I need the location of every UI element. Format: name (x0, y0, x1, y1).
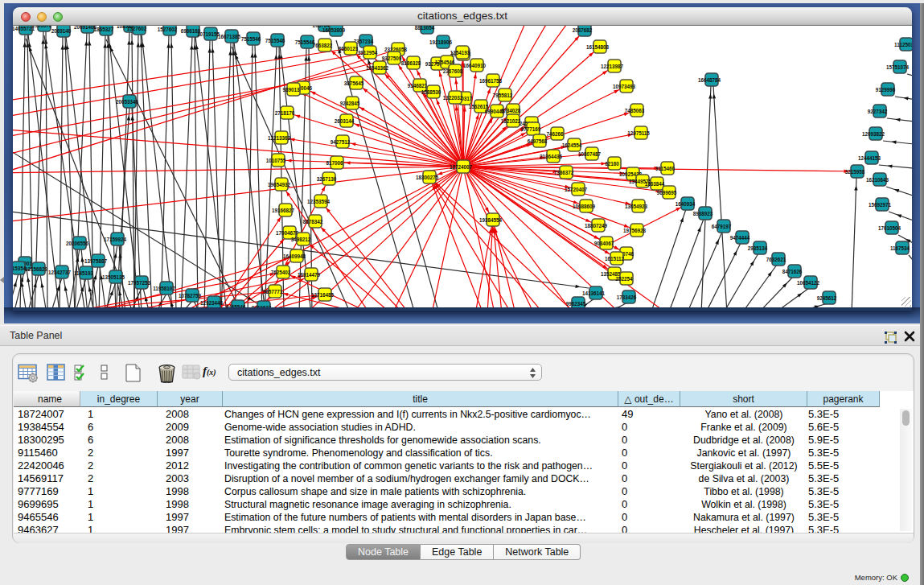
svg-text:9427512: 9427512 (331, 139, 351, 145)
svg-text:9242845: 9242845 (340, 101, 360, 106)
svg-text:2603144: 2603144 (335, 118, 355, 124)
svg-text:12444153: 12444153 (858, 155, 881, 161)
svg-text:2367608: 2367608 (443, 68, 463, 74)
svg-text:18724007: 18724007 (450, 164, 473, 170)
svg-text:62160: 62160 (605, 161, 619, 167)
svg-text:10782759: 10782759 (179, 293, 202, 299)
svg-text:1527602: 1527602 (158, 27, 178, 32)
svg-text:8678342: 8678342 (303, 219, 323, 225)
svg-text:2935134: 2935134 (748, 245, 768, 251)
svg-text:7515546: 7515546 (265, 38, 285, 43)
svg-text:8471626: 8471626 (782, 269, 803, 274)
svg-text:9962345: 9962345 (566, 301, 586, 307)
svg-text:12342737: 12342737 (48, 270, 72, 275)
svg-text:1905572: 1905572 (32, 26, 52, 28)
svg-text:3875645: 3875645 (344, 80, 364, 86)
svg-text:9115460: 9115460 (655, 166, 676, 171)
svg-text:817006: 817006 (326, 160, 343, 166)
svg-text:8660123: 8660123 (339, 46, 359, 51)
svg-text:7955812: 7955812 (493, 93, 513, 98)
svg-text:19756928: 19756928 (623, 228, 647, 233)
svg-text:17004678: 17004678 (276, 230, 299, 236)
svg-text:9463627: 9463627 (252, 305, 272, 308)
svg-text:19166827: 19166827 (272, 208, 295, 213)
svg-text:1588530: 1588530 (421, 89, 441, 95)
svg-text:9657771: 9657771 (263, 289, 283, 295)
svg-text:15751074: 15751074 (886, 64, 910, 70)
svg-text:1010755: 1010755 (266, 158, 286, 163)
svg-text:13975887: 13975887 (84, 258, 108, 264)
svg-text:19218906: 19218906 (429, 39, 453, 45)
svg-text:16961758: 16961758 (479, 78, 503, 84)
svg-text:11958107: 11958107 (153, 286, 175, 291)
svg-text:17957253: 17957253 (128, 280, 151, 286)
svg-text:1624554: 1624554 (562, 142, 582, 148)
svg-text:3912954: 3912954 (358, 50, 378, 56)
svg-text:7632621: 7632621 (766, 257, 786, 262)
svg-text:989013: 989013 (282, 87, 300, 93)
svg-text:15692971: 15692971 (869, 202, 892, 208)
svg-text:10654122: 10654122 (797, 280, 820, 286)
svg-text:21364436: 21364436 (540, 154, 563, 159)
svg-text:9084067: 9084067 (594, 241, 614, 246)
svg-text:12156829: 12156829 (25, 266, 48, 272)
svg-text:1640934: 1640934 (676, 201, 696, 207)
svg-text:7515546: 7515546 (241, 36, 261, 42)
svg-text:6479197: 6479197 (712, 224, 732, 229)
svg-text:12923448: 12923448 (200, 300, 224, 306)
svg-text:10719155: 10719155 (197, 31, 220, 37)
svg-text:9777169: 9777169 (521, 126, 541, 132)
svg-text:10973493: 10973493 (613, 84, 636, 89)
svg-text:8186328: 8186328 (401, 60, 421, 66)
svg-text:2718170: 2718170 (275, 110, 295, 116)
svg-text:1145193: 1145193 (74, 270, 94, 276)
svg-text:6734028: 6734028 (501, 108, 521, 113)
svg-text:9474444: 9474444 (730, 235, 750, 241)
svg-text:14136141: 14136141 (582, 290, 606, 296)
svg-text:10688609: 10688609 (573, 204, 596, 209)
svg-text:18807249: 18807249 (585, 223, 608, 229)
svg-text:16914479: 16914479 (298, 272, 321, 278)
svg-text:20053346: 20053346 (116, 99, 139, 105)
svg-text:16154808: 16154808 (586, 44, 610, 50)
svg-text:1254193: 1254193 (450, 50, 470, 56)
svg-text:16543362: 16543362 (366, 65, 389, 71)
svg-text:16648784: 16648784 (698, 77, 721, 83)
svg-text:17010504: 17010504 (878, 225, 901, 231)
svg-text:8813054: 8813054 (415, 26, 435, 31)
svg-text:9129996: 9129996 (876, 87, 896, 93)
svg-text:12353594: 12353594 (307, 199, 331, 204)
svg-text:9327509: 9327509 (382, 56, 402, 61)
svg-text:19384554: 19384554 (479, 217, 503, 223)
svg-text:1112503: 1112503 (894, 42, 912, 47)
svg-text:7485063: 7485063 (625, 108, 645, 113)
svg-text:2087682: 2087682 (573, 27, 593, 33)
svg-text:8938923: 8938923 (693, 211, 713, 216)
svg-text:13505135: 13505135 (102, 274, 125, 280)
svg-text:12213987: 12213987 (601, 64, 624, 69)
svg-text:1733426: 1733426 (617, 295, 637, 300)
svg-text:9699695: 9699695 (657, 190, 677, 196)
svg-text:3267130: 3267130 (317, 176, 337, 182)
svg-text:20206556: 20206556 (66, 241, 89, 246)
svg-text:3498212: 3498212 (291, 237, 311, 242)
svg-text:1621022: 1621022 (501, 118, 521, 124)
svg-text:16671385: 16671385 (218, 34, 241, 39)
svg-text:17159924: 17159924 (104, 237, 127, 242)
svg-text:1865327: 1865327 (94, 27, 114, 32)
svg-text:252254: 252254 (615, 276, 633, 282)
svg-text:16409948: 16409948 (283, 253, 306, 259)
svg-text:1322032: 1322032 (443, 95, 463, 101)
svg-text:12975115: 12975115 (627, 130, 650, 136)
svg-text:1527602: 1527602 (127, 26, 147, 31)
svg-text:2069140: 2069140 (51, 28, 72, 34)
svg-text:16053809: 16053809 (322, 27, 346, 33)
svg-text:9146821: 9146821 (408, 83, 428, 89)
svg-text:3215958: 3215958 (845, 169, 865, 175)
svg-text:1615112: 1615112 (605, 256, 625, 262)
svg-text:7663822: 7663822 (313, 43, 333, 48)
svg-text:18300275: 18300275 (416, 175, 439, 180)
svg-text:9245612: 9245612 (817, 295, 837, 301)
svg-text:7625402: 7625402 (271, 270, 291, 275)
svg-text:16210643: 16210643 (866, 177, 889, 183)
